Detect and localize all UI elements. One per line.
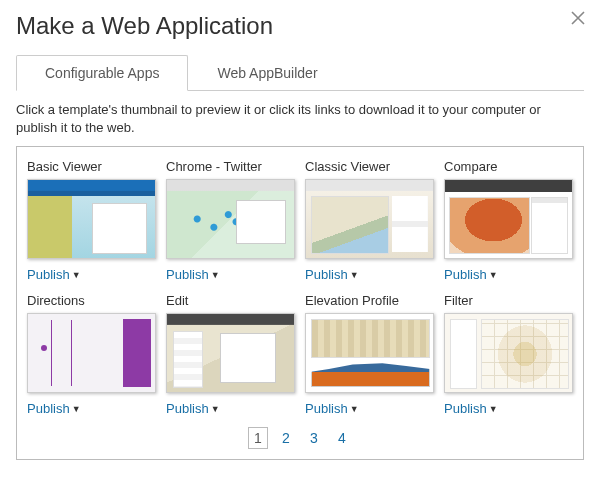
template-thumbnail[interactable] [305, 313, 434, 393]
template-card: Basic ViewerPublish▼ [27, 159, 156, 283]
tab-configurable-apps[interactable]: Configurable Apps [16, 55, 188, 91]
template-card: Elevation ProfilePublish▼ [305, 293, 434, 417]
publish-label: Publish [444, 267, 487, 282]
tab-label: Configurable Apps [45, 65, 159, 81]
publish-label: Publish [166, 267, 209, 282]
publish-label: Publish [27, 267, 70, 282]
publish-dropdown[interactable]: Publish▼ [444, 267, 498, 282]
template-title: Compare [444, 159, 573, 174]
page-4[interactable]: 4 [332, 427, 352, 449]
publish-dropdown[interactable]: Publish▼ [27, 267, 81, 282]
template-thumbnail[interactable] [166, 179, 295, 259]
caret-down-icon: ▼ [211, 404, 220, 414]
publish-label: Publish [305, 401, 348, 416]
template-thumbnail[interactable] [27, 313, 156, 393]
template-card: Chrome - TwitterPublish▼ [166, 159, 295, 283]
dialog-title: Make a Web Application [16, 12, 584, 40]
publish-label: Publish [305, 267, 348, 282]
pager: 1234 [27, 427, 573, 449]
template-gallery: Basic ViewerPublish▼Chrome - TwitterPubl… [16, 146, 584, 460]
template-card: EditPublish▼ [166, 293, 295, 417]
template-title: Basic Viewer [27, 159, 156, 174]
publish-dropdown[interactable]: Publish▼ [166, 401, 220, 416]
template-grid: Basic ViewerPublish▼Chrome - TwitterPubl… [27, 159, 573, 417]
caret-down-icon: ▼ [350, 404, 359, 414]
template-thumbnail[interactable] [305, 179, 434, 259]
template-card: Classic ViewerPublish▼ [305, 159, 434, 283]
caret-down-icon: ▼ [489, 270, 498, 280]
caret-down-icon: ▼ [489, 404, 498, 414]
template-title: Filter [444, 293, 573, 308]
caret-down-icon: ▼ [350, 270, 359, 280]
caret-down-icon: ▼ [211, 270, 220, 280]
page-2[interactable]: 2 [276, 427, 296, 449]
template-title: Chrome - Twitter [166, 159, 295, 174]
template-thumbnail[interactable] [444, 179, 573, 259]
template-title: Directions [27, 293, 156, 308]
publish-label: Publish [27, 401, 70, 416]
template-thumbnail[interactable] [444, 313, 573, 393]
publish-dropdown[interactable]: Publish▼ [444, 401, 498, 416]
template-thumbnail[interactable] [166, 313, 295, 393]
publish-label: Publish [444, 401, 487, 416]
template-title: Edit [166, 293, 295, 308]
tab-label: Web AppBuilder [217, 65, 317, 81]
publish-dropdown[interactable]: Publish▼ [305, 267, 359, 282]
publish-label: Publish [166, 401, 209, 416]
tab-web-appbuilder[interactable]: Web AppBuilder [188, 55, 346, 91]
template-title: Classic Viewer [305, 159, 434, 174]
template-thumbnail[interactable] [27, 179, 156, 259]
tabs: Configurable AppsWeb AppBuilder [16, 54, 584, 91]
template-card: FilterPublish▼ [444, 293, 573, 417]
page-3[interactable]: 3 [304, 427, 324, 449]
publish-dropdown[interactable]: Publish▼ [27, 401, 81, 416]
page-1: 1 [248, 427, 268, 449]
publish-dropdown[interactable]: Publish▼ [166, 267, 220, 282]
caret-down-icon: ▼ [72, 270, 81, 280]
caret-down-icon: ▼ [72, 404, 81, 414]
close-icon[interactable] [570, 10, 586, 26]
make-web-app-dialog: Make a Web Application Configurable Apps… [0, 0, 600, 472]
publish-dropdown[interactable]: Publish▼ [305, 401, 359, 416]
template-card: ComparePublish▼ [444, 159, 573, 283]
template-card: DirectionsPublish▼ [27, 293, 156, 417]
help-text: Click a template's thumbnail to preview … [16, 101, 584, 136]
template-title: Elevation Profile [305, 293, 434, 308]
